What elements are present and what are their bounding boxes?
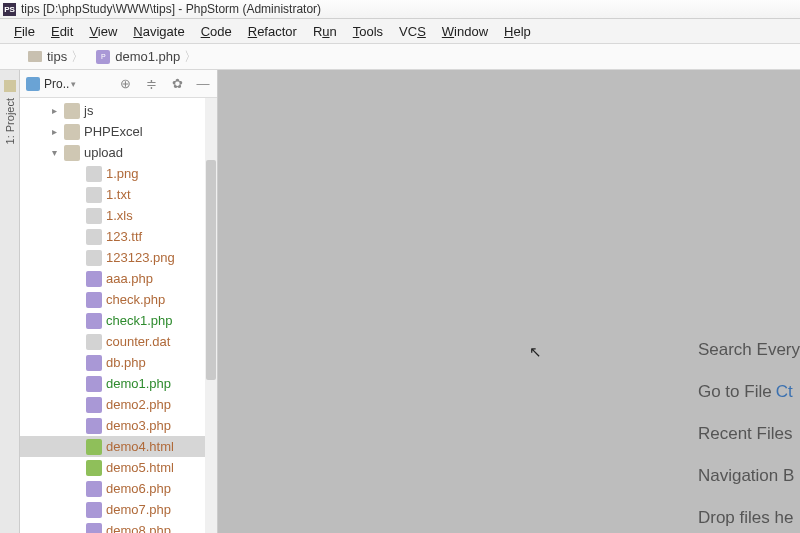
tree-node-label: demo3.php — [106, 418, 171, 433]
workspace: 1: Project Pro.. ▾ ⊕ ≑ ✿ — jsPHPExcelupl… — [0, 70, 800, 533]
tool-window-stripe[interactable]: 1: Project — [0, 70, 20, 533]
menu-code[interactable]: Code — [193, 21, 240, 42]
php-icon — [86, 313, 102, 329]
tree-node[interactable]: 1.xls — [20, 205, 217, 226]
menubar: File Edit View Navigate Code Refactor Ru… — [0, 19, 800, 44]
menu-view[interactable]: View — [81, 21, 125, 42]
tree-node[interactable]: demo3.php — [20, 415, 217, 436]
menu-file[interactable]: File — [6, 21, 43, 42]
menu-edit[interactable]: Edit — [43, 21, 81, 42]
breadcrumb-bar: tips P demo1.php — [0, 44, 800, 70]
tree-node-label: demo6.php — [106, 481, 171, 496]
tree-node-label: demo8.php — [106, 523, 171, 533]
scrollbar[interactable] — [205, 98, 217, 533]
welcome-gotofile: Go to File — [698, 382, 772, 402]
tree-node[interactable]: js — [20, 100, 217, 121]
php-icon — [86, 376, 102, 392]
project-tab-icon — [4, 80, 16, 92]
tree-node-label: upload — [84, 145, 123, 160]
tree-node[interactable]: upload — [20, 142, 217, 163]
welcome-navbar: Navigation B — [698, 466, 794, 486]
dir-icon — [64, 145, 80, 161]
tree-node[interactable]: demo5.html — [20, 457, 217, 478]
tree-node[interactable]: 123.ttf — [20, 226, 217, 247]
collapse-icon[interactable]: ≑ — [143, 76, 159, 92]
tree-node[interactable]: 123123.png — [20, 247, 217, 268]
menu-refactor[interactable]: Refactor — [240, 21, 305, 42]
menu-tools[interactable]: Tools — [345, 21, 391, 42]
breadcrumb-file[interactable]: P demo1.php — [90, 46, 203, 68]
welcome-search: Search Every — [698, 340, 800, 360]
dir-icon — [64, 103, 80, 119]
chevron-down-icon: ▾ — [71, 79, 76, 89]
tree-node[interactable]: check.php — [20, 289, 217, 310]
tree-node[interactable]: db.php — [20, 352, 217, 373]
file-icon — [86, 229, 102, 245]
menu-run[interactable]: Run — [305, 21, 345, 42]
tree-node[interactable]: demo6.php — [20, 478, 217, 499]
welcome-gotofile-kbd: Ct — [776, 382, 793, 402]
php-icon — [86, 523, 102, 534]
tree-node[interactable]: 1.png — [20, 163, 217, 184]
tree-node[interactable]: demo1.php — [20, 373, 217, 394]
php-icon — [86, 292, 102, 308]
tree-node-label: aaa.php — [106, 271, 153, 286]
expand-arrow-icon[interactable] — [48, 147, 60, 158]
php-icon — [86, 481, 102, 497]
folder-icon — [28, 51, 42, 62]
php-icon — [86, 397, 102, 413]
tree-node-label: PHPExcel — [84, 124, 143, 139]
menu-window[interactable]: Window — [434, 21, 496, 42]
gear-icon[interactable]: ✿ — [169, 76, 185, 92]
tree-node-label: demo4.html — [106, 439, 174, 454]
editor-area[interactable]: ↖ Search Every Go to File Ct Recent File… — [218, 70, 800, 533]
expand-arrow-icon[interactable] — [48, 126, 60, 137]
php-icon — [86, 418, 102, 434]
project-tree[interactable]: jsPHPExcelupload1.png1.txt1.xls123.ttf12… — [20, 98, 217, 533]
tree-node[interactable]: demo8.php — [20, 520, 217, 533]
tree-node[interactable]: aaa.php — [20, 268, 217, 289]
hide-icon[interactable]: — — [195, 76, 211, 92]
tree-node[interactable]: PHPExcel — [20, 121, 217, 142]
tree-node-label: demo5.html — [106, 460, 174, 475]
tree-node-label: check.php — [106, 292, 165, 307]
project-selector[interactable]: Pro.. ▾ — [26, 77, 76, 91]
tree-node[interactable]: check1.php — [20, 310, 217, 331]
mouse-cursor-icon: ↖ — [529, 343, 542, 361]
breadcrumb-label: tips — [47, 49, 67, 64]
welcome-panel: Search Every Go to File Ct Recent Files … — [698, 340, 800, 528]
html-icon — [86, 439, 102, 455]
tree-node[interactable]: demo7.php — [20, 499, 217, 520]
menu-vcs[interactable]: VCS — [391, 21, 434, 42]
sidebar-header: Pro.. ▾ ⊕ ≑ ✿ — — [20, 70, 217, 98]
tree-node-label: 1.txt — [106, 187, 131, 202]
file-icon — [86, 208, 102, 224]
tree-node-label: 1.xls — [106, 208, 133, 223]
app-icon: PS — [3, 3, 16, 16]
tree-node[interactable]: counter.dat — [20, 331, 217, 352]
file-icon — [86, 166, 102, 182]
expand-arrow-icon[interactable] — [48, 105, 60, 116]
tree-node-label: demo2.php — [106, 397, 171, 412]
tree-node-label: js — [84, 103, 93, 118]
project-icon — [26, 77, 40, 91]
tree-node[interactable]: demo4.html — [20, 436, 217, 457]
tree-node-label: demo7.php — [106, 502, 171, 517]
locate-icon[interactable]: ⊕ — [117, 76, 133, 92]
tree-node-label: demo1.php — [106, 376, 171, 391]
file-icon — [86, 187, 102, 203]
project-selector-label: Pro.. — [44, 77, 69, 91]
tree-node[interactable]: demo2.php — [20, 394, 217, 415]
tree-node-label: 1.png — [106, 166, 139, 181]
welcome-recent: Recent Files — [698, 424, 792, 444]
window-title: tips [D:\phpStudy\WWW\tips] - PhpStorm (… — [21, 2, 321, 16]
menu-help[interactable]: Help — [496, 21, 539, 42]
tree-node-label: check1.php — [106, 313, 173, 328]
project-sidebar: Pro.. ▾ ⊕ ≑ ✿ — jsPHPExcelupload1.png1.t… — [20, 70, 218, 533]
menu-navigate[interactable]: Navigate — [125, 21, 192, 42]
breadcrumb-root[interactable]: tips — [22, 46, 90, 68]
tree-node[interactable]: 1.txt — [20, 184, 217, 205]
scrollbar-thumb[interactable] — [206, 160, 216, 380]
php-icon — [86, 502, 102, 518]
tree-node-label: db.php — [106, 355, 146, 370]
